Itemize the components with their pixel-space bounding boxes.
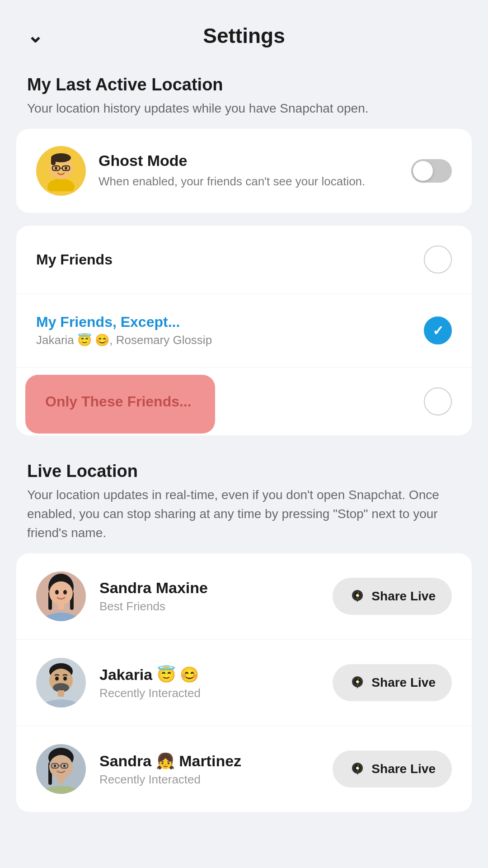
my-friends-option[interactable]: My Friends: [16, 226, 472, 294]
ghost-mode-card: Ghost Mode When enabled, your friends ca…: [16, 129, 472, 213]
friend-status-sandra-martinez: Recently Interacted: [99, 773, 319, 787]
only-friends-radio[interactable]: [424, 387, 452, 415]
svg-point-12: [49, 581, 73, 605]
live-location-section: Live Location Your location updates in r…: [0, 448, 488, 812]
friend-status-sandra-maxine: Best Friends: [99, 599, 319, 613]
friend-name-sandra-maxine: Sandra Maxine: [99, 579, 319, 597]
header: ⌄ Settings: [0, 0, 488, 61]
share-live-button-sandra-maxine[interactable]: Share Live: [333, 578, 452, 615]
friends-visibility-card: My Friends My Friends, Except... Jakaria…: [16, 226, 472, 435]
svg-point-8: [65, 167, 67, 170]
svg-rect-3: [51, 158, 56, 165]
live-row-sandra-martinez: Sandra 👧 Martinez Recently Interacted Sh…: [16, 726, 472, 812]
share-live-label-0: Share Live: [371, 589, 436, 604]
my-friends-radio[interactable]: [424, 245, 452, 274]
avatar-sandra-martinez: [36, 744, 86, 794]
my-friends-except-sub: Jakaria 😇 😊, Rosemary Glossip: [36, 333, 212, 347]
share-live-button-jakaria[interactable]: Share Live: [333, 664, 452, 701]
svg-point-14: [63, 590, 67, 594]
live-row-jakaria: Jakaria 😇 😊 Recently Interacted Share Li…: [16, 640, 472, 726]
my-friends-label: My Friends: [36, 251, 113, 268]
avatar-sandra-maxine: [36, 571, 86, 621]
share-live-label-1: Share Live: [371, 675, 436, 690]
my-friends-except-radio[interactable]: [424, 316, 452, 344]
last-active-desc: Your location history updates while you …: [0, 99, 488, 129]
page-title: Settings: [203, 24, 285, 48]
friend-info-jakaria: Jakaria 😇 😊 Recently Interacted: [86, 665, 333, 700]
friend-info-sandra-maxine: Sandra Maxine Best Friends: [86, 579, 333, 613]
svg-rect-15: [58, 603, 64, 609]
live-row-sandra-maxine: Sandra Maxine Best Friends Share Live: [16, 553, 472, 640]
svg-rect-40: [58, 777, 64, 783]
friend-name-jakaria: Jakaria 😇 😊: [99, 665, 319, 684]
ghost-mode-toggle[interactable]: [411, 159, 452, 183]
svg-point-13: [55, 590, 59, 594]
svg-point-38: [54, 765, 56, 767]
my-friends-except-option[interactable]: My Friends, Except... Jakaria 😇 😊, Rosem…: [16, 294, 472, 368]
ghost-mode-text: Ghost Mode When enabled, your friends ca…: [86, 152, 411, 189]
only-friends-label: Only These Friends...: [36, 393, 192, 410]
svg-point-24: [55, 677, 59, 681]
svg-point-25: [63, 677, 67, 681]
back-button[interactable]: ⌄: [27, 25, 43, 47]
live-location-desc: Your location updates in real-time, even…: [0, 486, 488, 553]
friend-name-sandra-martinez: Sandra 👧 Martinez: [99, 752, 319, 770]
svg-point-39: [63, 765, 66, 767]
live-friends-card: Sandra Maxine Best Friends Share Live: [16, 553, 472, 812]
friend-info-sandra-martinez: Sandra 👧 Martinez Recently Interacted: [86, 752, 333, 787]
last-active-title: My Last Active Location: [0, 61, 488, 99]
pin-icon-martinez: [349, 760, 366, 778]
share-live-button-sandra-martinez[interactable]: Share Live: [333, 750, 452, 788]
svg-point-7: [55, 167, 57, 170]
friend-status-jakaria: Recently Interacted: [99, 686, 319, 700]
ghost-mode-desc: When enabled, your friends can't see you…: [99, 173, 399, 189]
pin-icon-jakaria: [349, 674, 366, 691]
ghost-avatar: [36, 146, 86, 196]
pin-icon: [349, 588, 366, 605]
avatar-jakaria: [36, 658, 86, 708]
my-friends-except-label: My Friends, Except...: [36, 314, 212, 330]
svg-rect-26: [58, 690, 64, 697]
share-live-label-2: Share Live: [371, 762, 436, 776]
only-these-friends-option[interactable]: Only These Friends...: [16, 368, 472, 435]
live-location-title: Live Location: [0, 448, 488, 486]
ghost-mode-title: Ghost Mode: [99, 152, 399, 170]
